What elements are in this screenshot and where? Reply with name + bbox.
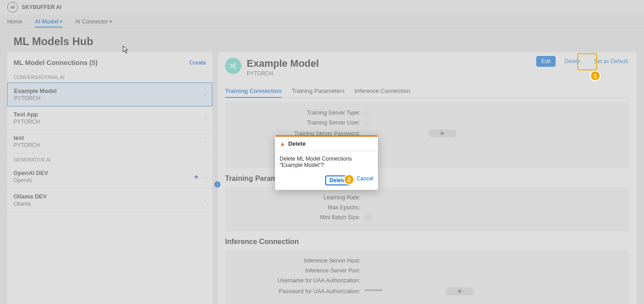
chevron-right-icon: › xyxy=(204,92,206,97)
logo-text: sb xyxy=(10,5,15,9)
delete-dialog: ▲ Delete Delete ML Model Connections "Ex… xyxy=(275,135,378,190)
set-default-button[interactable]: Set as Default xyxy=(589,56,632,66)
section-generative: GENERATIVE AI xyxy=(7,153,212,165)
dialog-body: Delete ML Model Connections "Example Mod… xyxy=(275,151,378,173)
field-label: Training Server Type: xyxy=(234,110,365,116)
field-value xyxy=(365,258,395,264)
chevron-down-icon: ▾ xyxy=(110,19,112,24)
chevron-right-icon: › xyxy=(204,198,206,203)
nav-ai-connector[interactable]: AI Connector ▾ xyxy=(75,18,112,25)
field-label: Mini Batch Size: xyxy=(234,214,365,221)
field-label: Inference Server Port: xyxy=(234,267,365,274)
page-title: ML Models Hub xyxy=(0,29,644,52)
app-logo: sb xyxy=(7,2,18,13)
shuffle-icon xyxy=(229,62,237,70)
field-value xyxy=(365,277,379,284)
field-value: L xyxy=(365,110,368,116)
dialog-header: ▲ Delete xyxy=(275,137,378,151)
panel-expand-icon[interactable]: › xyxy=(214,181,221,188)
tab-training-parameters[interactable]: Training Parameters xyxy=(292,85,345,97)
nav-ai-connector-label: AI Connector xyxy=(75,18,108,25)
chevron-right-icon: › xyxy=(204,115,206,121)
field-label: Training Server User: xyxy=(234,120,365,126)
sidebar-item-label: test xyxy=(14,134,40,141)
navbar: Home AI Model ▾ AI Connector ▾ xyxy=(0,14,644,29)
section-conversational: CONVERSATIONAL AI xyxy=(7,71,212,83)
sidebar-item-label: Ollama DEV xyxy=(14,193,47,200)
chevron-right-icon: › xyxy=(204,139,206,144)
star-icon: ★ xyxy=(193,173,199,180)
tab-inference-connection[interactable]: Inference Connection xyxy=(354,85,410,97)
field-label: Learning Rate: xyxy=(234,194,365,201)
dialog-delete-button[interactable]: Delete xyxy=(325,175,350,185)
sidebar-header: ML Model Connections (5) Create xyxy=(7,52,212,71)
sidebar-item-example-model[interactable]: Example Model PYTORCH › xyxy=(7,83,212,106)
edit-button[interactable]: Edit xyxy=(536,56,556,67)
sidebar-item-sub: PYTORCH xyxy=(14,95,57,101)
sidebar-item-sub: OpenAI xyxy=(14,177,48,184)
dialog-footer: Delete Cancel xyxy=(275,173,378,190)
nav-ai-model-label: AI Model xyxy=(35,18,58,25)
sidebar-item-openai-dev[interactable]: OpenAI DEV OpenAI ★ › xyxy=(7,165,212,189)
chevron-right-icon: › xyxy=(204,175,206,180)
field-label: Max Epochs: xyxy=(234,204,365,211)
sidebar-item-test[interactable]: test PYTORCH › xyxy=(7,130,212,153)
sidebar-title: ML Model Connections (5) xyxy=(14,59,97,66)
field-label: Inference Server Host: xyxy=(234,258,365,264)
top-bar: sb SKYBUFFER AI xyxy=(0,0,644,14)
field-label: Username for UAA Authorization: xyxy=(234,277,365,284)
model-title: Example Model xyxy=(247,58,319,69)
chevron-down-icon: ▾ xyxy=(60,19,62,24)
sidebar-item-sub: Ollama xyxy=(14,201,47,207)
sidebar-item-label: OpenAI DEV xyxy=(14,170,48,176)
sidebar: ML Model Connections (5) Create CONVERSA… xyxy=(7,52,212,304)
sidebar-item-label: Test App xyxy=(14,111,40,118)
sidebar-item-sub: PYTORCH xyxy=(14,142,40,148)
sidebar-item-ollama-dev[interactable]: Ollama DEV Ollama › xyxy=(7,189,212,212)
sidebar-item-sub: PYTORCH xyxy=(14,119,40,125)
actions: Edit Delete Set as Default xyxy=(536,56,632,67)
field-value: ******** xyxy=(365,288,382,295)
nav-ai-model[interactable]: AI Model ▾ xyxy=(35,18,62,28)
sidebar-item-label: Example Model xyxy=(14,88,57,94)
warning-icon: ▲ xyxy=(280,140,285,147)
tabs: Training Connection Training Parameters … xyxy=(225,85,630,98)
nav-home[interactable]: Home xyxy=(7,18,22,25)
model-sub: PYTORCH xyxy=(247,70,319,77)
training-params-panel: Learning Rate: Max Epochs: Mini Batch Si… xyxy=(225,187,630,231)
field-value: c xyxy=(365,120,368,126)
field-label: Password for UAA Authorization: xyxy=(234,288,365,295)
inference-panel: Inference Server Host: Inference Server … xyxy=(225,250,630,304)
eye-icon[interactable]: 👁 xyxy=(446,287,474,295)
nav-home-label: Home xyxy=(7,18,22,25)
eye-icon[interactable]: 👁 xyxy=(428,129,456,138)
app-title: SKYBUFFER AI xyxy=(22,4,61,10)
dialog-title: Delete xyxy=(288,140,306,147)
dialog-cancel-button[interactable]: Cancel xyxy=(357,175,373,185)
create-button[interactable]: Create xyxy=(189,60,206,66)
delete-button[interactable]: Delete xyxy=(560,56,585,66)
sidebar-item-test-app[interactable]: Test App PYTORCH › xyxy=(7,106,212,130)
field-value: 10 xyxy=(365,214,371,221)
model-icon xyxy=(225,58,241,74)
inference-heading: Inference Connection xyxy=(225,238,630,246)
tab-training-connection[interactable]: Training Connection xyxy=(225,85,282,98)
